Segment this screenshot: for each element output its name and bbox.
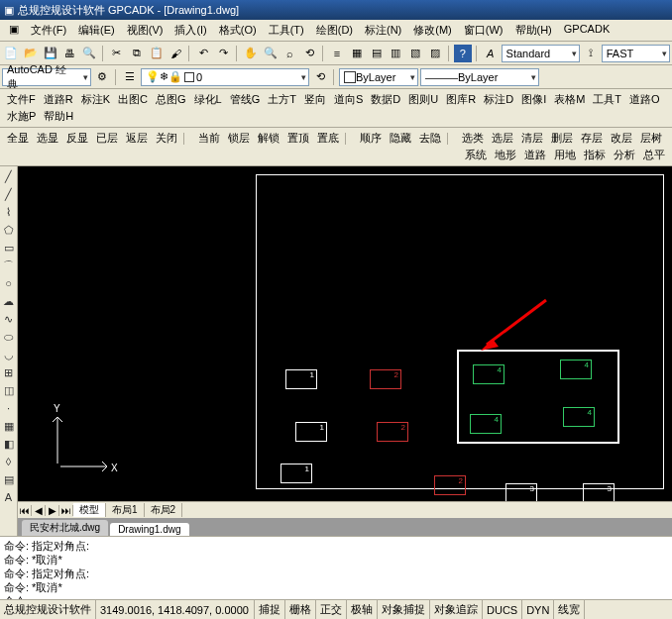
- tab-last-icon[interactable]: ⏭: [59, 505, 73, 516]
- r2-20[interactable]: 层树: [636, 130, 666, 147]
- rect-icon[interactable]: ▭: [0, 240, 17, 256]
- r1-tools[interactable]: 工具T: [589, 91, 625, 108]
- drawing-viewport[interactable]: 1 1 1 1 2 2 2 2 4 4 4 4 3 3 3 3: [18, 166, 672, 501]
- menu-gpcadk[interactable]: GPCADK: [559, 22, 615, 39]
- r2r-3[interactable]: 用地: [550, 147, 580, 163]
- calc-icon[interactable]: ▨: [426, 45, 444, 62]
- r2-4[interactable]: 返层: [122, 130, 152, 147]
- r1-file[interactable]: 文件F: [3, 91, 40, 108]
- arc-icon[interactable]: ⌒: [0, 258, 17, 273]
- revcloud-icon[interactable]: ☁: [0, 293, 17, 309]
- r2-11[interactable]: 顺序: [356, 130, 386, 147]
- toggle-otrack[interactable]: 对象追踪: [430, 600, 483, 619]
- toggle-grid[interactable]: 栅格: [285, 600, 316, 619]
- r1-vertical[interactable]: 竖向: [300, 91, 330, 108]
- r1-plot[interactable]: 出图C: [114, 91, 152, 108]
- r2-6[interactable]: 当前: [194, 130, 224, 147]
- menu-edit[interactable]: 编辑(E): [73, 22, 120, 39]
- table-icon[interactable]: ▤: [0, 471, 17, 487]
- toggle-ducs[interactable]: DUCS: [483, 600, 522, 619]
- menu-file[interactable]: 文件(F): [26, 22, 71, 39]
- mkm-icon[interactable]: ▧: [406, 45, 424, 62]
- r2r-5[interactable]: 分析: [610, 147, 639, 163]
- cut-icon[interactable]: ✂: [108, 45, 126, 62]
- help-icon[interactable]: ?: [454, 45, 472, 62]
- save-icon[interactable]: 💾: [42, 45, 59, 62]
- r2-13[interactable]: 去隐: [415, 130, 445, 147]
- ws-settings-icon[interactable]: ⚙: [93, 68, 111, 86]
- xline-icon[interactable]: ╱: [0, 186, 17, 202]
- r1-green[interactable]: 绿化L: [190, 91, 226, 108]
- r2-12[interactable]: 隐藏: [386, 130, 415, 147]
- redo-icon[interactable]: ↷: [214, 45, 232, 62]
- r1-direction[interactable]: 道向S: [330, 91, 367, 108]
- workspace-dropdown[interactable]: AutoCAD 经典: [2, 68, 91, 86]
- r1-help[interactable]: 帮助H: [40, 108, 77, 125]
- toggle-ortho[interactable]: 正交: [316, 600, 347, 619]
- region-icon[interactable]: ◊: [0, 454, 17, 469]
- toggle-osnap[interactable]: 对象捕捉: [378, 600, 430, 619]
- r1-road[interactable]: 道路R: [40, 91, 77, 108]
- r2-9[interactable]: 置顶: [283, 130, 313, 147]
- circle-icon[interactable]: ○: [0, 275, 17, 291]
- props-icon[interactable]: ≡: [328, 45, 346, 62]
- dim-style-dropdown[interactable]: FAST: [602, 45, 670, 62]
- dimstyle-icon[interactable]: ⟟: [582, 45, 600, 62]
- r2-7[interactable]: 锁层: [224, 130, 254, 147]
- dc-icon[interactable]: ▦: [348, 45, 366, 62]
- match-icon[interactable]: 🖌: [167, 45, 184, 62]
- preview-icon[interactable]: 🔍: [80, 45, 98, 62]
- zoom-rt-icon[interactable]: 🔍: [262, 45, 280, 62]
- r1-dim[interactable]: 标注K: [77, 91, 114, 108]
- gradient-icon[interactable]: ◧: [0, 436, 17, 452]
- r1-table[interactable]: 表格M: [550, 91, 589, 108]
- mtext-icon[interactable]: A: [0, 489, 17, 505]
- linetype-dropdown[interactable]: ——— ByLayer: [420, 68, 539, 86]
- hatch-icon[interactable]: ▦: [0, 418, 17, 434]
- polygon-icon[interactable]: ⬠: [0, 222, 17, 238]
- tab-layout1[interactable]: 布局1: [106, 503, 145, 517]
- r2-15[interactable]: 选层: [488, 130, 517, 147]
- color-dropdown[interactable]: ByLayer: [339, 68, 418, 86]
- menu-modify[interactable]: 修改(M): [408, 22, 457, 39]
- r2-10[interactable]: 置底: [313, 130, 343, 147]
- tab-prev-icon[interactable]: ◀: [32, 505, 46, 516]
- r1-data[interactable]: 数据D: [367, 91, 404, 108]
- ellipse-arc-icon[interactable]: ◡: [0, 347, 17, 362]
- spline-icon[interactable]: ∿: [0, 311, 17, 327]
- open-icon[interactable]: 📂: [22, 45, 40, 62]
- toggle-snap[interactable]: 捕捉: [255, 600, 285, 619]
- menu-draw[interactable]: 绘图(D): [311, 22, 358, 39]
- r1-pipe[interactable]: 管线G: [226, 91, 265, 108]
- menu-tools[interactable]: 工具(T): [264, 22, 309, 39]
- toggle-dyn[interactable]: DYN: [522, 600, 554, 619]
- menu-view[interactable]: 视图(V): [122, 22, 168, 39]
- menu-help[interactable]: 帮助(H): [510, 22, 557, 39]
- zoom-prev-icon[interactable]: ⟲: [300, 45, 318, 62]
- r2-3[interactable]: 已层: [92, 130, 122, 147]
- r1-road2[interactable]: 道路O: [625, 91, 664, 108]
- r2-1[interactable]: 选显: [33, 130, 62, 147]
- block-icon[interactable]: ◫: [0, 382, 17, 398]
- toggle-lwt[interactable]: 线宽: [554, 600, 585, 619]
- tab-model[interactable]: 模型: [73, 503, 106, 517]
- menu-format[interactable]: 格式(O): [214, 22, 262, 39]
- ellipse-icon[interactable]: ⬭: [0, 329, 17, 345]
- r1-image[interactable]: 图像I: [517, 91, 550, 108]
- r2r-2[interactable]: 道路: [520, 147, 550, 163]
- tab-layout2[interactable]: 布局2: [145, 503, 183, 517]
- layer-prev-icon[interactable]: ⟲: [311, 68, 329, 86]
- pan-icon[interactable]: ✋: [242, 45, 260, 62]
- r2r-6[interactable]: 总平: [639, 147, 669, 163]
- paste-icon[interactable]: 📋: [148, 45, 166, 62]
- new-icon[interactable]: 📄: [2, 45, 20, 62]
- r1-water[interactable]: 水施P: [3, 108, 40, 125]
- ssm-icon[interactable]: ▥: [388, 45, 405, 62]
- r2-19[interactable]: 改层: [607, 130, 636, 147]
- textstyle-icon[interactable]: A: [482, 45, 500, 62]
- tp-icon[interactable]: ▤: [368, 45, 386, 62]
- pline-icon[interactable]: ⌇: [0, 204, 17, 220]
- layer-props-icon[interactable]: ☰: [121, 68, 139, 86]
- r2r-1[interactable]: 地形: [491, 147, 520, 163]
- r1-dim2[interactable]: 标注D: [480, 91, 517, 108]
